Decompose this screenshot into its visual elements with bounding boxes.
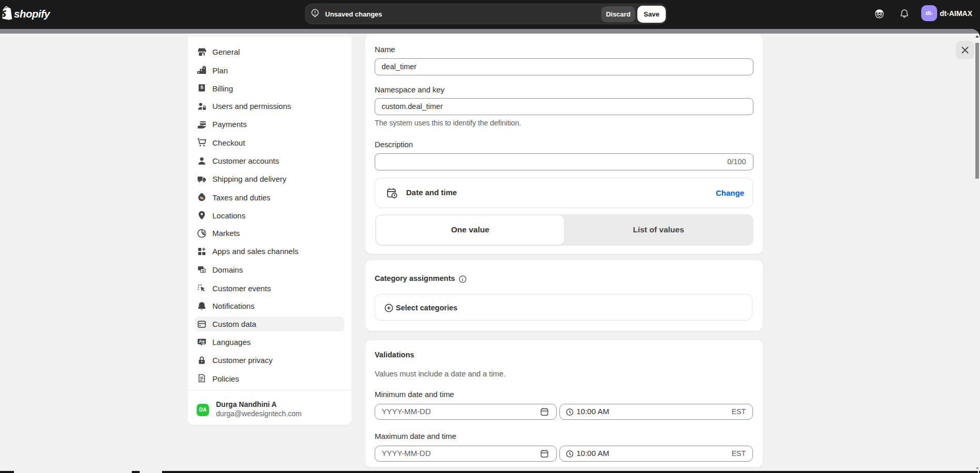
svg-text:$: $ [203, 231, 205, 236]
svg-text:文: 文 [201, 339, 205, 344]
svg-text:%: % [200, 196, 204, 200]
svg-text:$: $ [200, 85, 203, 90]
